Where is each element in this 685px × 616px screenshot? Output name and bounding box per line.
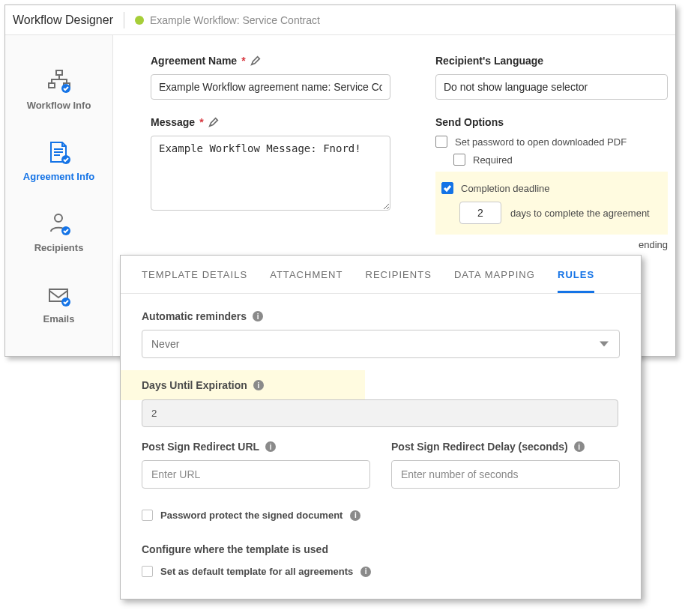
completion-deadline-checkbox[interactable] <box>441 182 453 194</box>
tab-rules[interactable]: RULES <box>558 269 594 293</box>
info-icon[interactable]: i <box>350 510 360 521</box>
edit-icon[interactable] <box>208 117 219 127</box>
message-input[interactable] <box>151 136 390 211</box>
sidebar-item-label: Recipients <box>34 242 84 253</box>
completion-deadline-block: Completion deadline days to complete the… <box>435 172 668 235</box>
edit-icon[interactable] <box>250 55 261 66</box>
status-dot-icon <box>135 16 144 25</box>
deadline-suffix: days to complete the agreement <box>510 208 650 219</box>
template-tabs: TEMPLATE DETAILS ATTACHMENT RECIPIENTS D… <box>121 256 641 294</box>
info-icon[interactable]: i <box>253 311 263 321</box>
automatic-reminders-label: Automatic reminders i <box>142 310 620 322</box>
workflow-info-icon <box>46 68 73 95</box>
sidebar-item-label: Emails <box>43 313 75 324</box>
redirect-url-label: Post Sign Redirect URL i <box>142 441 370 453</box>
configure-section-title: Configure where the template is used <box>142 543 620 555</box>
tab-attachment[interactable]: ATTACHMENT <box>270 269 342 293</box>
tab-recipients[interactable]: RECIPIENTS <box>365 269 431 293</box>
password-protect-checkbox[interactable] <box>142 510 153 521</box>
sidebar-item-emails[interactable]: Emails <box>5 270 112 341</box>
info-icon[interactable]: i <box>574 441 585 452</box>
svg-rect-0 <box>56 70 62 75</box>
sidebar: Workflow Info Agreement Info <box>5 35 113 356</box>
info-icon[interactable]: i <box>253 380 264 390</box>
sidebar-item-label: Agreement Info <box>23 171 94 182</box>
redirect-delay-input[interactable] <box>391 460 620 489</box>
info-icon[interactable]: i <box>360 567 371 577</box>
automatic-reminders-select[interactable]: Never <box>142 330 620 358</box>
sidebar-item-label: Workflow Info <box>27 100 91 111</box>
agreement-name-label: Agreement Name* <box>151 55 390 67</box>
svg-rect-1 <box>49 83 55 88</box>
pdf-password-checkbox[interactable] <box>435 136 447 148</box>
agreement-name-input[interactable] <box>151 74 390 100</box>
recipients-icon <box>46 211 73 238</box>
template-settings-panel: TEMPLATE DETAILS ATTACHMENT RECIPIENTS D… <box>120 255 642 600</box>
days-until-expiration-label: Days Until Expiration i <box>142 379 344 391</box>
redirect-url-input[interactable] <box>142 460 370 489</box>
default-template-checkbox[interactable] <box>142 566 153 577</box>
workflow-name: Example Workflow: Service Contract <box>150 14 320 26</box>
default-template-label: Set as default template for all agreemen… <box>160 566 353 577</box>
required-label: Required <box>473 154 513 166</box>
sidebar-item-agreement-info[interactable]: Agreement Info <box>5 127 112 199</box>
svg-point-5 <box>55 214 62 222</box>
header-separator <box>124 12 124 28</box>
recipient-language-label: Recipient's Language <box>435 55 668 67</box>
completion-deadline-label: Completion deadline <box>461 183 550 194</box>
emails-icon <box>46 282 73 309</box>
info-icon[interactable]: i <box>265 441 276 452</box>
ending-fragment: ending <box>435 239 668 250</box>
app-title: Workflow Designer <box>13 13 124 27</box>
message-label: Message* <box>151 116 390 128</box>
sidebar-item-recipients[interactable]: Recipients <box>5 199 112 270</box>
deadline-days-input[interactable] <box>459 202 501 224</box>
send-options-label: Send Options <box>435 116 668 128</box>
required-checkbox[interactable] <box>453 154 465 166</box>
recipient-language-select[interactable] <box>435 74 668 100</box>
tab-data-mapping[interactable]: DATA MAPPING <box>454 269 535 293</box>
tab-template-details[interactable]: TEMPLATE DETAILS <box>142 269 247 293</box>
days-until-expiration-block: Days Until Expiration i <box>121 370 365 400</box>
panel-header: Workflow Designer Example Workflow: Serv… <box>5 5 675 35</box>
sidebar-item-workflow-info[interactable]: Workflow Info <box>5 56 112 127</box>
password-protect-label: Password protect the signed document <box>160 510 342 521</box>
days-until-expiration-input[interactable] <box>142 399 618 427</box>
pdf-password-label: Set password to open downloaded PDF <box>455 136 627 148</box>
redirect-delay-label: Post Sign Redirect Delay (seconds) i <box>391 441 620 453</box>
agreement-info-icon <box>46 139 73 166</box>
